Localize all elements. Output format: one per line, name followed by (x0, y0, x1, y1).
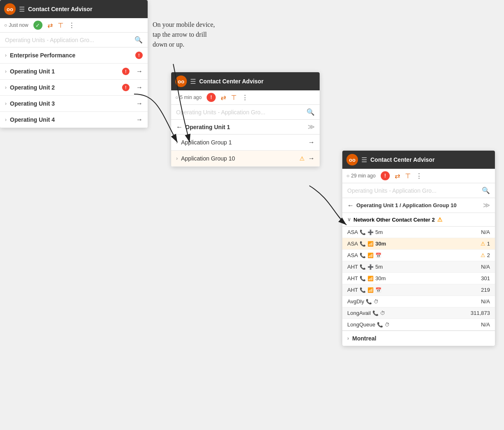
list-item-ou3[interactable]: › Operating Unit 3 → (0, 96, 148, 112)
row-value-avgdly: N/A (481, 298, 490, 305)
hamburger-icon-2[interactable]: ☰ (190, 78, 196, 85)
filter-icon-2[interactable]: ⊤ (231, 94, 237, 102)
nav-arrow-ag1[interactable]: → (308, 139, 315, 146)
list-item-ag10[interactable]: › Application Group 10 ⚠ → (171, 151, 320, 167)
row-label-asa-5m: ASA 📞 ➕ 5m (347, 229, 481, 235)
nav-arrow-ou1[interactable]: → (136, 68, 143, 75)
row-label-asa-cal: ASA 📞 📶 📅 (347, 252, 480, 258)
more-icon-3[interactable]: ⋮ (416, 172, 422, 180)
list-item-ou2[interactable]: › Operating Unit 2 ! → (0, 80, 148, 96)
error-badge-enterprise: ! (135, 52, 143, 59)
chevron-right-icon-ou2: › (5, 85, 7, 90)
item-label-ou1: Operating Unit 1 (10, 68, 119, 75)
nav-arrow-ou4[interactable]: → (136, 116, 143, 123)
row-label-aht-30m: AHT 📞 📶 30m (347, 275, 481, 281)
row-longavail: LongAvail 📞 ⏱ 311,873 (342, 307, 495, 319)
item-label-enterprise: Enterprise Performance (10, 52, 132, 59)
filter-icon-1[interactable]: ⊤ (58, 21, 64, 29)
chevron-down-icon[interactable]: ∨ (347, 217, 351, 222)
montreal-label: Montreal (352, 335, 376, 342)
transfer-icon-2[interactable]: ⇄ (221, 94, 226, 102)
item-label-ag10: Application Group 10 (181, 155, 296, 162)
panel2-section-header: ← Operating Unit 1 ≫ (171, 120, 320, 135)
phone-icon-r6: 📞 (360, 287, 366, 293)
clock-icon-2: ○ (175, 95, 178, 100)
row-label-longavail: LongAvail 📞 ⏱ (347, 310, 471, 316)
transfer-icon-1[interactable]: ⇄ (47, 21, 53, 29)
warn-icon-row2: ⚠ (480, 241, 485, 247)
warn-icon-3: ! (384, 173, 386, 179)
nav-arrow-ou2[interactable]: → (136, 84, 143, 91)
network-warn-icon: ⚠ (437, 216, 443, 223)
row-label-longqueue: LongQueue 📞 ⏱ (347, 321, 481, 328)
panel3-time-label: 29 min ago (351, 173, 375, 179)
panel-2: oo ☰ Contact Center Advisor ○ 5 min ago … (171, 72, 320, 167)
row-aht-30m: AHT 📞 📶 30m 301 (342, 273, 495, 284)
transfer-icon-3[interactable]: ⇄ (395, 172, 400, 180)
panel3-title: Contact Center Advisor (370, 156, 435, 163)
nav-arrow-ag10[interactable]: → (308, 155, 315, 162)
list-item-ou4[interactable]: › Operating Unit 4 → (0, 112, 148, 128)
chevron-right-ag1: › (176, 139, 178, 145)
clock-icon-1: ○ (4, 22, 7, 28)
row-label-aht-5m: AHT 📞 ➕ 5m (347, 264, 481, 270)
double-chevron-icon-3[interactable]: ≫ (483, 201, 490, 209)
double-chevron-icon-2[interactable]: ≫ (308, 123, 315, 131)
error-badge-ou2: ! (122, 84, 130, 91)
row-longqueue: LongQueue 📞 ⏱ N/A (342, 319, 495, 331)
chevron-right-icon-ou4: › (5, 117, 7, 123)
check-icon: ✓ (35, 22, 40, 28)
list-item-ag1[interactable]: › Application Group 1 → (171, 135, 320, 151)
list-item-enterprise[interactable]: › Enterprise Performance ! (0, 47, 148, 64)
row-value-longavail: 311,873 (471, 310, 490, 316)
row-asa-30m: ASA 📞 📶 30m ⚠ 1 (342, 238, 495, 250)
panel2-time: ○ 5 min ago (175, 95, 202, 100)
chevron-right-icon-ou1: › (5, 69, 7, 74)
panel-1: oo ☰ Contact Center Advisor ○ Just now ✓… (0, 0, 148, 128)
panel2-toolbar: ○ 5 min ago ! ⇄ ⊤ ⋮ (171, 90, 320, 105)
search-icon-3[interactable]: 🔍 (482, 187, 490, 194)
logo-icon-2: oo (175, 76, 187, 87)
timer-icon-r7: ⏱ (374, 299, 379, 305)
hamburger-icon-3[interactable]: ☰ (361, 156, 367, 164)
panel2-section-label: Operating Unit 1 (185, 124, 230, 130)
signal-icon-r2: 📶 (367, 241, 374, 247)
warn-icon-2: ! (210, 95, 212, 100)
back-arrow-icon-2[interactable]: ← (176, 123, 183, 131)
phone-icon-r5: 📞 (360, 276, 366, 281)
more-icon-1[interactable]: ⋮ (68, 21, 75, 29)
panel3-section-header: ← Operating Unit 1 / Application Group 1… (342, 198, 495, 213)
item-label-ou4: Operating Unit 4 (10, 116, 133, 123)
back-arrow-icon-3[interactable]: ← (347, 202, 354, 209)
panel3-header: oo ☰ Contact Center Advisor (342, 151, 495, 169)
panel2-title: Contact Center Advisor (199, 78, 264, 85)
network-header: ∨ Network Other Contact Center 2 ⚠ (342, 213, 495, 227)
clock-icon-3: ○ (346, 173, 349, 179)
more-icon-2[interactable]: ⋮ (242, 94, 248, 102)
panel2-time-label: 5 min ago (180, 95, 202, 100)
search-icon-1[interactable]: 🔍 (134, 36, 143, 44)
warn-triangle-ag10: ⚠ (299, 155, 305, 162)
panel1-toolbar: ○ Just now ✓ ⇄ ⊤ ⋮ (0, 18, 148, 33)
chevron-right-icon: › (5, 52, 7, 58)
row-value-asa-30m: 1 (487, 241, 490, 247)
montreal-row[interactable]: › Montreal (342, 331, 495, 346)
signal-icon-r3: 📶 (367, 253, 374, 258)
panel1-search-bar: Operating Units - Application Gro... 🔍 (0, 33, 148, 47)
row-avgdly: AvgDly 📞 ⏱ N/A (342, 296, 495, 307)
list-item-ou1[interactable]: › Operating Unit 1 ! → (0, 64, 148, 80)
hamburger-icon[interactable]: ☰ (19, 5, 25, 13)
panel3-status-warn[interactable]: ! (381, 171, 390, 180)
panel1-time-label: Just now (9, 22, 28, 28)
search-icon-2[interactable]: 🔍 (306, 108, 315, 116)
panel1-search-text: Operating Units - Application Gro... (5, 37, 94, 43)
panel1-time: ○ Just now (4, 22, 28, 28)
panel2-status-warn[interactable]: ! (207, 93, 216, 102)
panel-3: oo ☰ Contact Center Advisor ○ 29 min ago… (342, 151, 495, 346)
filter-icon-3[interactable]: ⊤ (405, 172, 411, 180)
timer-icon-r8: ⏱ (380, 310, 385, 316)
item-label-ag1: Application Group 1 (181, 139, 305, 146)
panel1-status-ok[interactable]: ✓ (33, 21, 42, 30)
nav-arrow-ou3[interactable]: → (136, 100, 143, 107)
row-value-asa-cal: 2 (487, 252, 490, 258)
